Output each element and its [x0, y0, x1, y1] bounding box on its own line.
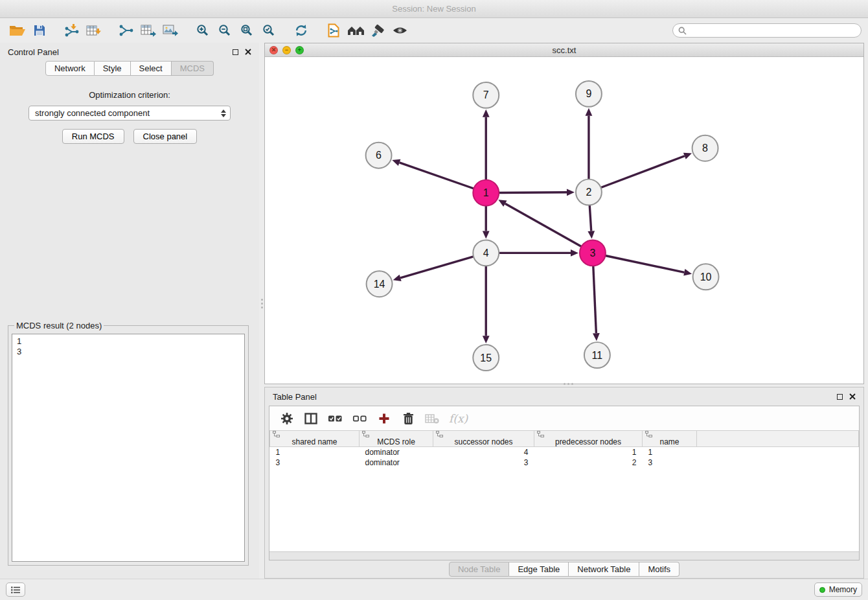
tab-network-table[interactable]: Network Table: [569, 562, 639, 577]
mcds-result-item[interactable]: 3: [17, 347, 240, 357]
apply-style-button[interactable]: [367, 20, 389, 41]
graph-edge-arrowhead: [392, 159, 400, 166]
import-table-file-icon: [86, 23, 102, 38]
table-horizontal-scrollbar[interactable]: [269, 551, 859, 560]
table-settings-button[interactable]: [280, 411, 294, 426]
graph-edge-arrowhead: [586, 108, 593, 116]
mcds-result-list[interactable]: 13: [12, 334, 245, 562]
minimize-window-button[interactable]: −: [282, 46, 291, 54]
column-header-predecessor-nodes[interactable]: predecessor nodes: [534, 431, 643, 447]
graph-edge-2-3[interactable]: [589, 205, 591, 231]
deselect-all-button[interactable]: [352, 411, 367, 426]
graph-edge-4-14[interactable]: [400, 257, 474, 278]
graph-edge-3-10[interactable]: [605, 256, 684, 273]
table-toolbar: f(x): [269, 406, 859, 430]
tab-select[interactable]: Select: [131, 61, 172, 76]
graph-edge-3-1[interactable]: [505, 203, 582, 246]
graph-edge-2-8[interactable]: [601, 156, 685, 188]
zoom-fit-icon: [240, 24, 253, 37]
tab-style[interactable]: Style: [95, 61, 131, 76]
tab-edge-table[interactable]: Edge Table: [509, 562, 569, 577]
graph-edge-3-11[interactable]: [593, 266, 597, 333]
network-window-title: scc.txt: [553, 45, 577, 55]
table-panel-title: Table Panel: [273, 392, 317, 402]
zoom-fit-button[interactable]: [236, 20, 258, 41]
window-titlebar: Session: New Session: [0, 0, 868, 18]
close-window-button[interactable]: ✕: [269, 46, 278, 54]
close-table-panel-icon[interactable]: [849, 393, 856, 400]
houses-icon: [347, 25, 365, 36]
panel-splitter[interactable]: [259, 43, 264, 579]
graph-edge-1-6[interactable]: [400, 163, 474, 189]
zoom-selected-button[interactable]: [258, 20, 280, 41]
memory-button[interactable]: Memory: [814, 583, 862, 597]
column-header-name[interactable]: name: [643, 431, 697, 447]
float-table-panel-icon[interactable]: [837, 394, 843, 400]
export-table-icon: [141, 24, 157, 37]
control-panel: Control Panel Network Style Select MCDS …: [0, 43, 259, 579]
clone-network-button[interactable]: [323, 20, 345, 41]
list-icon: [11, 586, 20, 594]
status-bar: Memory: [0, 579, 868, 600]
columns-icon: [304, 413, 317, 424]
column-header-shared-name[interactable]: shared name: [270, 431, 360, 447]
zoom-in-button[interactable]: [192, 20, 214, 41]
export-image-button[interactable]: [159, 20, 181, 41]
create-column-button[interactable]: [377, 411, 391, 426]
first-neighbors-button[interactable]: [345, 20, 367, 41]
table-panel-tabs: Node Table Edge Table Network Table Moti…: [265, 560, 863, 578]
float-panel-icon[interactable]: [233, 49, 238, 55]
control-panel-header: Control Panel: [0, 43, 259, 61]
zoom-out-icon: [218, 24, 231, 37]
optimization-criterion-select[interactable]: strongly connected component: [29, 106, 231, 121]
graph-node-label: 14: [374, 279, 385, 290]
window-title: Session: New Session: [392, 4, 475, 14]
save-icon: [33, 24, 46, 37]
delete-column-button[interactable]: [401, 411, 415, 426]
mcds-result-item[interactable]: 1: [17, 336, 240, 347]
close-panel-icon[interactable]: [245, 49, 251, 55]
plus-icon: [378, 413, 390, 424]
import-table-file-button[interactable]: [83, 20, 105, 41]
search-input[interactable]: [690, 26, 856, 35]
graph-edge-1-2[interactable]: [499, 192, 567, 193]
network-share-icon: [119, 24, 134, 37]
graph-node-label: 2: [586, 187, 591, 198]
node-table-row[interactable]: 1dominator411: [270, 447, 859, 457]
show-panels-button[interactable]: [6, 583, 25, 597]
control-panel-tabs: Network Style Select MCDS: [0, 61, 259, 76]
select-all-button[interactable]: [328, 411, 343, 426]
tab-network[interactable]: Network: [45, 61, 95, 76]
fx-icon: f(x): [449, 412, 468, 425]
new-network-button[interactable]: [115, 20, 137, 41]
tab-node-table[interactable]: Node Table: [449, 562, 510, 577]
tab-motifs[interactable]: Motifs: [639, 562, 680, 577]
close-panel-button[interactable]: Close panel: [133, 129, 198, 144]
column-header-MCDS-role[interactable]: MCDS role: [360, 431, 433, 447]
function-builder-button-disabled[interactable]: f(x): [449, 411, 468, 426]
horizontal-splitter-handle[interactable]: [560, 382, 576, 386]
show-hide-button[interactable]: [389, 20, 411, 41]
network-window: ✕ − + scc.txt 7968124310141511: [264, 43, 864, 384]
export-table-button[interactable]: [137, 20, 159, 41]
zoom-window-button[interactable]: +: [295, 46, 304, 54]
import-network-file-button[interactable]: [61, 20, 83, 41]
graph-edge-arrowhead: [567, 189, 575, 196]
run-mcds-button[interactable]: Run MCDS: [62, 129, 124, 144]
tab-mcds[interactable]: MCDS: [172, 61, 214, 76]
zoom-out-button[interactable]: [214, 20, 236, 41]
search-box[interactable]: [672, 23, 862, 38]
network-canvas[interactable]: 7968124310141511: [265, 57, 863, 384]
mcds-result-title: MCDS result (2 nodes): [14, 321, 104, 330]
show-columns-button[interactable]: [304, 411, 318, 426]
apply-layout-button[interactable]: [290, 20, 312, 41]
main-area: Control Panel Network Style Select MCDS …: [0, 43, 868, 579]
delete-table-button-disabled[interactable]: [425, 411, 439, 426]
open-session-button[interactable]: [6, 20, 29, 41]
table-panel: Table Panel: [264, 387, 864, 579]
save-session-button[interactable]: [29, 20, 51, 41]
graph-edge-arrowhead: [483, 110, 490, 117]
node-table-row[interactable]: 3dominator323: [270, 457, 859, 468]
network-graph: 7968124310141511: [265, 57, 863, 384]
column-header-successor-nodes[interactable]: successor nodes: [433, 431, 534, 447]
